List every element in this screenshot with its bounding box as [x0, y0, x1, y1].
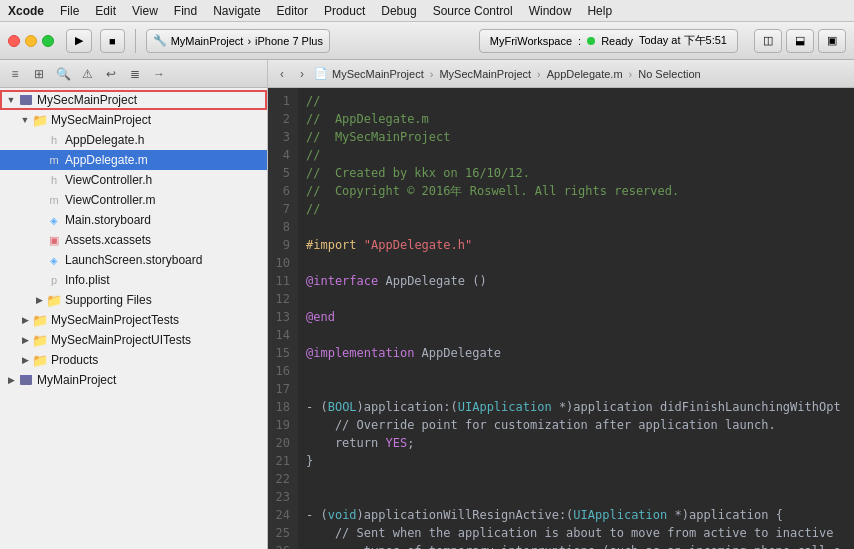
folder-label: MySecMainProjectUITests [51, 333, 191, 347]
code-line [306, 470, 846, 488]
code-line: // MySecMainProject [306, 128, 846, 146]
menu-editor[interactable]: Editor [277, 4, 308, 18]
breadcrumb-project[interactable]: MySecMainProject [332, 68, 424, 80]
back-button[interactable]: ‹ [274, 66, 290, 82]
code-line: @end [306, 308, 846, 326]
code-line: } [306, 452, 846, 470]
separator: › [247, 35, 251, 47]
breadcrumb-sep2: › [537, 68, 541, 80]
breadcrumb-symbol[interactable]: No Selection [638, 68, 700, 80]
sidebar-item-tests[interactable]: ▶ 📁 MySecMainProjectTests [0, 310, 267, 330]
code-line: return YES; [306, 434, 846, 452]
sidebar-item-main-storyboard[interactable]: ◈ Main.storyboard [0, 210, 267, 230]
sidebar-item-viewcontroller-m[interactable]: m ViewController.m [0, 190, 267, 210]
sidebar-toolbar: ≡ ⊞ 🔍 ⚠ ↩ ≣ → [0, 60, 267, 88]
forward-button[interactable]: › [294, 66, 310, 82]
sidebar-item-info-plist[interactable]: p Info.plist [0, 270, 267, 290]
project2-icon [18, 372, 34, 388]
svg-rect-3 [20, 375, 32, 378]
folder-icon-btn[interactable]: ≡ [6, 65, 24, 83]
code-line: - (BOOL)application:(UIApplication *)app… [306, 398, 846, 416]
hide-sidebar-button[interactable]: ◫ [754, 29, 782, 53]
sidebar-item-appdelegate-h[interactable]: h AppDelegate.h [0, 130, 267, 150]
menu-help[interactable]: Help [587, 4, 612, 18]
menu-xcode[interactable]: Xcode [8, 4, 44, 18]
breadcrumb-icon: 📄 [314, 67, 328, 80]
warning-icon-btn[interactable]: ⚠ [78, 65, 96, 83]
group-label: MySecMainProject [51, 113, 151, 127]
status-indicator [587, 37, 595, 45]
file-label: ViewController.h [65, 173, 152, 187]
sidebar-item-launch-storyboard[interactable]: ◈ LaunchScreen.storyboard [0, 250, 267, 270]
stop-button[interactable]: ■ [100, 29, 125, 53]
no-arrow [32, 153, 46, 167]
sidebar-item-viewcontroller-h[interactable]: h ViewController.h [0, 170, 267, 190]
folder4-icon: 📁 [32, 332, 48, 348]
menu-view[interactable]: View [132, 4, 158, 18]
code-line: - (void)applicationWillResignActive:(UIA… [306, 506, 846, 524]
test-icon-btn[interactable]: ↩ [102, 65, 120, 83]
debug-icon-btn[interactable]: ≣ [126, 65, 144, 83]
code-line: // [306, 92, 846, 110]
storyboard2-icon: ◈ [46, 252, 62, 268]
sidebar-item-supporting-files[interactable]: ▶ 📁 Supporting Files [0, 290, 267, 310]
sidebar-content: ▼ MySecMainProject ▼ 📁 MySecMainProject [0, 88, 267, 549]
sidebar-item-uitests[interactable]: ▶ 📁 MySecMainProjectUITests [0, 330, 267, 350]
menu-debug[interactable]: Debug [381, 4, 416, 18]
scheme-name: MyMainProject [171, 35, 244, 47]
breadcrumb-group[interactable]: MySecMainProject [439, 68, 531, 80]
no-arrow [32, 133, 46, 147]
status-area: MyFriWorkspace : Ready Today at 下午5:51 [479, 29, 738, 53]
code-line: // Created by kkx on 16/10/12. [306, 164, 846, 182]
sidebar-item-group[interactable]: ▼ 📁 MySecMainProject [0, 110, 267, 130]
run-button[interactable]: ▶ [66, 29, 92, 53]
hide-debug-button[interactable]: ⬓ [786, 29, 814, 53]
code-line: // AppDelegate.m [306, 110, 846, 128]
code-line: // [306, 200, 846, 218]
report-icon-btn[interactable]: → [150, 65, 168, 83]
menu-navigate[interactable]: Navigate [213, 4, 260, 18]
code-editor: ‹ › 📄 MySecMainProject › MySecMainProjec… [268, 60, 854, 549]
folder-label: Products [51, 353, 98, 367]
breadcrumb-sep1: › [430, 68, 434, 80]
hide-inspector-button[interactable]: ▣ [818, 29, 846, 53]
menu-edit[interactable]: Edit [95, 4, 116, 18]
line-numbers: 1 2 3 4 5 6 7 8 9 10 11 12 13 14 15 16 1… [268, 88, 298, 549]
close-button[interactable] [8, 35, 20, 47]
main-area: ≡ ⊞ 🔍 ⚠ ↩ ≣ → ▼ MySecMainProject [0, 60, 854, 549]
code-line: @implementation AppDelegate [306, 344, 846, 362]
folder2-icon: 📁 [46, 292, 62, 308]
file-label: AppDelegate.h [65, 133, 144, 147]
inspector-toggle-icon: ▣ [827, 34, 837, 47]
maximize-button[interactable] [42, 35, 54, 47]
code-area[interactable]: // // AppDelegate.m // MySecMainProject … [298, 88, 854, 549]
status-text: Ready [601, 35, 633, 47]
menu-window[interactable]: Window [529, 4, 572, 18]
no-arrow [32, 253, 46, 267]
editor-content[interactable]: 1 2 3 4 5 6 7 8 9 10 11 12 13 14 15 16 1… [268, 88, 854, 549]
menu-find[interactable]: Find [174, 4, 197, 18]
sidebar-item-products[interactable]: ▶ 📁 Products [0, 350, 267, 370]
menu-file[interactable]: File [60, 4, 79, 18]
scheme-selector[interactable]: 🔧 MyMainProject › iPhone 7 Plus [146, 29, 330, 53]
code-line [306, 290, 846, 308]
breadcrumb-file[interactable]: AppDelegate.m [547, 68, 623, 80]
code-line [306, 380, 846, 398]
m-file-icon: m [46, 152, 62, 168]
code-line [306, 218, 846, 236]
menu-product[interactable]: Product [324, 4, 365, 18]
sidebar: ≡ ⊞ 🔍 ⚠ ↩ ≣ → ▼ MySecMainProject [0, 60, 268, 549]
grid-icon-btn[interactable]: ⊞ [30, 65, 48, 83]
sidebar-item-appdelegate-m[interactable]: m AppDelegate.m [0, 150, 267, 170]
menu-source-control[interactable]: Source Control [433, 4, 513, 18]
root-project-label: MySecMainProject [37, 93, 137, 107]
sidebar-item-assets[interactable]: ▣ Assets.xcassets [0, 230, 267, 250]
sidebar-item-main-project[interactable]: ▶ MyMainProject [0, 370, 267, 390]
code-line: // [306, 146, 846, 164]
toolbar-separator [135, 29, 136, 53]
expand-arrow: ▶ [18, 313, 32, 327]
minimize-button[interactable] [25, 35, 37, 47]
no-arrow [32, 173, 46, 187]
search-icon-btn[interactable]: 🔍 [54, 65, 72, 83]
sidebar-item-root-project[interactable]: ▼ MySecMainProject [0, 90, 267, 110]
